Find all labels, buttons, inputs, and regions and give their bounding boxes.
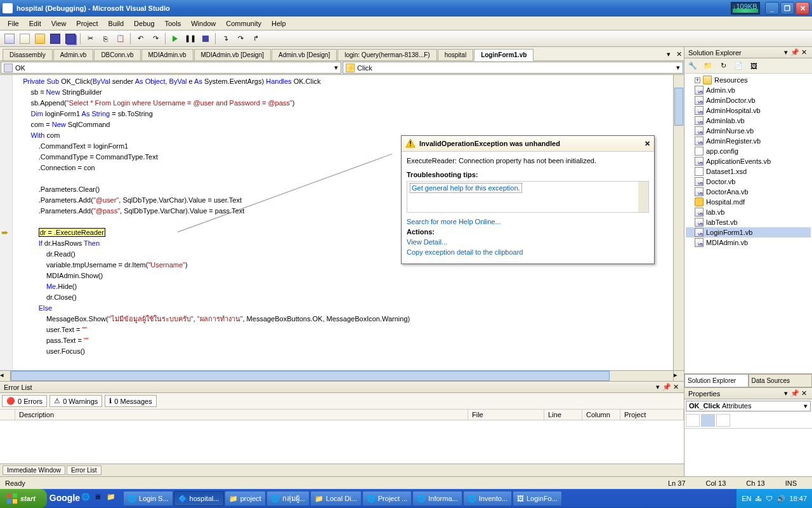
taskbar-button[interactable]: 📁Local Di... (310, 491, 362, 506)
panel-dropdown-button[interactable]: ▾ (653, 383, 662, 391)
taskbar-button[interactable]: 🖼LoginFo... (513, 491, 562, 506)
tree-item[interactable]: Dataset1.xsd (686, 166, 811, 177)
taskbar-button[interactable]: 🔷hospital... (174, 491, 224, 506)
tree-item[interactable]: lab.vb (686, 207, 811, 217)
stop-button[interactable] (199, 32, 213, 46)
menu-build[interactable]: Build (103, 18, 129, 29)
save-button[interactable] (48, 32, 62, 46)
taskbar-button[interactable]: 🌐Project ... (362, 491, 412, 506)
se-view-code-button[interactable]: 📄 (731, 59, 745, 73)
se-view-designer-button[interactable]: 🖼 (747, 59, 761, 73)
right-panel-tab[interactable]: Data Sources (749, 374, 813, 387)
ql-explorer-icon[interactable]: 📁 (107, 493, 118, 504)
menu-help[interactable]: Help (266, 18, 291, 29)
error-col-header[interactable]: File (468, 410, 544, 420)
tree-item[interactable]: MDIAdmin.vb (686, 237, 811, 248)
tray-network-icon[interactable]: 🖧 (755, 495, 762, 502)
view-detail-link[interactable]: View Detail... (407, 238, 649, 246)
tree-item[interactable]: +Resources (686, 75, 811, 85)
se-properties-button[interactable]: 🔧 (686, 59, 700, 73)
props-alpha-button[interactable] (701, 414, 715, 427)
doc-tab[interactable]: DBConn.vb (94, 49, 140, 60)
properties-grid[interactable] (684, 429, 812, 476)
system-tray[interactable]: EN 🖧 🛡 🔊 18:47 (736, 489, 812, 508)
error-col-header[interactable]: Line (544, 410, 582, 420)
properties-object-dropdown[interactable]: OK_Click Attributes ▾ (686, 401, 811, 411)
paste-button[interactable]: 📋 (114, 32, 128, 46)
menu-tools[interactable]: Tools (160, 18, 187, 29)
tree-item[interactable]: Doctor.vb (686, 177, 811, 187)
taskbar-button[interactable]: 🌐กลุ่มผู้... (266, 491, 310, 506)
filter-error-button[interactable]: 🔴0 Errors (2, 395, 47, 407)
error-list-grid[interactable] (0, 420, 684, 464)
menu-file[interactable]: File (3, 18, 24, 29)
close-button[interactable]: ✕ (796, 2, 809, 15)
doc-tab[interactable]: Admin.vb [Design] (272, 49, 337, 60)
doc-tab[interactable]: login: Query(herman-8138...F) (337, 49, 437, 60)
exception-close-button[interactable]: ✕ (645, 140, 650, 148)
panel-close-button[interactable]: ✕ (671, 383, 680, 391)
add-item-button[interactable] (18, 32, 32, 46)
se-show-all-button[interactable]: 📁 (701, 59, 715, 73)
menu-community[interactable]: Community (221, 18, 266, 29)
menu-project[interactable]: Project (71, 18, 103, 29)
error-col-header[interactable]: Description (15, 410, 468, 420)
taskbar-button[interactable]: 📁project (225, 491, 266, 506)
doc-tab[interactable]: LoginForm1.vb (474, 49, 534, 61)
bottom-tab[interactable]: Error List (67, 465, 102, 475)
tree-item[interactable]: DoctorAna.vb (686, 187, 811, 197)
tab-close-button[interactable]: ✕ (674, 50, 684, 60)
menu-debug[interactable]: Debug (129, 18, 159, 29)
doc-tab[interactable]: MDIAdmin.vb [Design] (194, 49, 271, 60)
code-editor[interactable]: ➨ Private Sub OK_Click(ByVal sender As O… (0, 75, 684, 370)
save-all-button[interactable] (63, 32, 77, 46)
tree-item[interactable]: AdminRegister.vb (686, 136, 811, 146)
taskbar-button[interactable]: 🌐Login S... (123, 491, 173, 506)
doc-tab[interactable]: Admin.vb (53, 49, 94, 60)
new-project-button[interactable] (3, 32, 16, 46)
doc-tab[interactable]: hospital (438, 49, 473, 60)
maximize-button[interactable]: ❐ (780, 2, 794, 15)
bottom-tab[interactable]: Immediate Window (3, 465, 65, 475)
menu-edit[interactable]: Edit (24, 18, 46, 29)
undo-button[interactable]: ↶ (133, 32, 147, 46)
open-button[interactable] (33, 32, 47, 46)
se-refresh-button[interactable]: ↻ (716, 59, 730, 73)
panel-pin-button[interactable]: 📌 (662, 383, 671, 391)
redo-button[interactable]: ↷ (148, 32, 162, 46)
tree-item[interactable]: AdminNurse.vb (686, 126, 811, 136)
doc-tab[interactable]: MDIAdmin.vb (141, 49, 193, 60)
filter-warn-button[interactable]: ⚠0 Warnings (49, 395, 102, 407)
tree-item[interactable]: Adminlab.vb (686, 116, 811, 126)
start-button[interactable]: start (0, 489, 47, 508)
start-debug-button[interactable] (168, 32, 182, 46)
props-pin-button[interactable]: 📌 (790, 389, 799, 398)
copy-detail-link[interactable]: Copy exception detail to the clipboard (407, 248, 649, 256)
minimize-button[interactable]: _ (765, 2, 779, 15)
tray-shield-icon[interactable]: 🛡 (766, 495, 773, 502)
props-close-button[interactable]: ✕ (799, 389, 808, 398)
props-dropdown-button[interactable]: ▾ (782, 389, 790, 398)
cut-button[interactable]: ✂ (83, 32, 97, 46)
general-help-link[interactable]: Get general help for this exception. (410, 183, 522, 193)
error-col-header[interactable]: Project (620, 410, 684, 420)
tab-list-button[interactable]: ▾ (664, 50, 674, 60)
horizontal-scrollbar[interactable]: ◂ ▸ (0, 370, 684, 381)
tree-item[interactable]: ApplicationEvents.vb (686, 156, 811, 166)
props-pages-button[interactable] (716, 414, 730, 427)
expand-icon[interactable]: + (695, 77, 700, 83)
props-categorized-button[interactable] (686, 414, 700, 427)
tips-scrollbar[interactable] (638, 182, 648, 212)
search-online-link[interactable]: Search for more Help Online... (407, 218, 649, 225)
tree-item[interactable]: LoginForm1.vb (686, 227, 811, 237)
tree-item[interactable]: labTest.vb (686, 217, 811, 227)
step-over-button[interactable]: ↷ (233, 32, 247, 46)
tray-volume-icon[interactable]: 🔊 (776, 495, 785, 503)
vertical-scrollbar[interactable] (673, 75, 684, 370)
menu-window[interactable]: Window (186, 18, 221, 29)
tree-item[interactable]: AdminDoctor.vb (686, 95, 811, 105)
right-panel-tab[interactable]: Solution Explorer (684, 374, 749, 387)
step-out-button[interactable]: ↱ (249, 32, 263, 46)
tray-lang[interactable]: EN (742, 495, 751, 502)
ql-ie-icon[interactable]: 🌐 (81, 493, 93, 504)
